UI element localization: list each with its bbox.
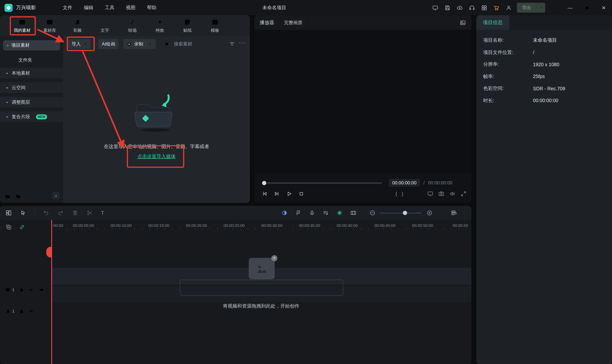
text-tool-button[interactable]: T: [101, 210, 104, 216]
apps-grid-icon[interactable]: [481, 4, 487, 11]
previous-frame-icon[interactable]: [261, 190, 268, 197]
fullscreen-icon[interactable]: [460, 190, 467, 197]
cloud-upload-icon[interactable]: [456, 4, 463, 11]
sidebar-item-project-media[interactable]: ▾ 项目素材: [3, 40, 60, 51]
cart-icon[interactable]: [493, 4, 500, 11]
lock-track-icon[interactable]: [19, 287, 24, 292]
seek-track[interactable]: [267, 182, 382, 183]
next-frame-icon[interactable]: [273, 190, 280, 197]
effects-icon: [156, 18, 164, 26]
collapse-sidebar-button[interactable]: ‹: [52, 192, 60, 199]
render-range-icon[interactable]: [408, 191, 414, 196]
timeline-ruler[interactable]: 00:00 00:00:05:00 00:00:10:00 00:00:15:0…: [0, 220, 471, 232]
save-project-icon[interactable]: [444, 4, 451, 11]
voiceover-mic-icon[interactable]: [309, 210, 315, 216]
new-folder-icon[interactable]: [5, 194, 10, 199]
import-media-link[interactable]: 点击这里导入媒体: [137, 153, 176, 160]
render-preview-icon[interactable]: [281, 210, 288, 216]
close-button[interactable]: ✕: [595, 0, 612, 15]
timeline-dropzone[interactable]: [180, 280, 343, 296]
audio-track-icon: [5, 308, 11, 314]
sidebar-item-folder[interactable]: 文件夹: [0, 56, 63, 64]
quality-dropdown[interactable]: 完整画质: [284, 19, 309, 26]
maximize-button[interactable]: [579, 0, 595, 15]
volume-icon[interactable]: [449, 190, 456, 197]
add-media-badge[interactable]: +: [271, 255, 277, 261]
menu-help[interactable]: 帮助: [141, 0, 162, 15]
redo-icon[interactable]: [57, 210, 64, 216]
account-icon[interactable]: [506, 4, 512, 11]
audio-track-number: 1: [12, 309, 14, 313]
audio-mixer-icon[interactable]: [323, 210, 329, 216]
mark-in-button[interactable]: {: [395, 191, 397, 196]
sidebar-item-local-media[interactable]: ▸ 本地素材: [0, 68, 63, 78]
more-options-button[interactable]: ···: [239, 39, 245, 46]
current-timecode: 00:00:00:00: [389, 179, 420, 187]
display-mode-icon[interactable]: [432, 4, 439, 11]
sidebar-item-cloud-space[interactable]: ▸ 云空间: [0, 82, 63, 93]
menu-edit[interactable]: 编辑: [78, 0, 99, 15]
media-placeholder: +: [249, 258, 275, 279]
record-button[interactable]: 录制: [123, 39, 156, 49]
undo-icon[interactable]: [43, 210, 49, 216]
tab-my-media[interactable]: 我的素材: [8, 15, 36, 36]
link-clips-icon[interactable]: [19, 224, 25, 230]
playhead-handle[interactable]: [46, 247, 52, 258]
mark-out-button[interactable]: }: [402, 191, 403, 196]
track-manager-chevron-icon[interactable]: [459, 211, 464, 215]
menu-file[interactable]: 文件: [57, 0, 78, 15]
tab-stock-media[interactable]: 素材库: [36, 15, 64, 36]
sidebar-item-adjustment-layer[interactable]: ▸ 调整图层: [0, 97, 63, 107]
menu-tools[interactable]: 工具: [99, 0, 120, 15]
support-headset-icon[interactable]: [469, 4, 475, 11]
import-hint-text: 在这里导入您本地的视频、图片、音频、字幕或者: [63, 143, 250, 150]
track-manager-icon[interactable]: [451, 210, 457, 216]
keyframe-icon[interactable]: [336, 210, 343, 216]
preview-viewport: [254, 30, 471, 173]
zoom-slider-handle[interactable]: [403, 211, 407, 215]
mute-track-icon[interactable]: [28, 308, 34, 314]
zoom-in-icon[interactable]: [426, 210, 433, 216]
media-sidebar: ▾ 项目素材 文件夹 ▸ 本地素材 ▸ 云空间 ▸ 调整图层 ▸ 复合片段 NE…: [0, 36, 63, 203]
lock-track-icon[interactable]: [19, 308, 24, 314]
search-input[interactable]: [173, 41, 221, 47]
tab-transition[interactable]: 转场: [119, 15, 146, 36]
sidebar-item-compound-clip[interactable]: ▸ 复合片段 NEW: [0, 111, 63, 122]
import-button[interactable]: 导入: [68, 39, 91, 49]
ai-paint-button[interactable]: AI绘画: [98, 39, 119, 49]
minimize-button[interactable]: —: [562, 0, 579, 15]
titlebar-icons: [432, 0, 512, 15]
tab-effects[interactable]: 特效: [146, 15, 174, 36]
mute-track-icon[interactable]: [28, 287, 34, 292]
render-range-chevron-icon[interactable]: [418, 192, 422, 196]
stop-icon[interactable]: [298, 190, 305, 197]
seek-handle[interactable]: [262, 181, 266, 185]
snapshot-camera-icon[interactable]: [438, 190, 445, 197]
template-icon: [211, 18, 219, 26]
media-toolbar: 导入 AI绘画 录制 ···: [63, 36, 250, 52]
tab-audio[interactable]: 音频: [64, 15, 91, 36]
playhead[interactable]: [51, 220, 52, 364]
player-label: 播放器: [260, 19, 274, 26]
zoom-out-icon[interactable]: [369, 210, 376, 216]
delete-icon[interactable]: [72, 210, 78, 216]
play-icon[interactable]: [286, 190, 292, 197]
track-layout-icon[interactable]: [5, 210, 12, 216]
marker-icon[interactable]: [295, 210, 301, 216]
hide-track-icon[interactable]: [39, 287, 44, 292]
export-button[interactable]: 导出: [517, 3, 545, 13]
tab-text[interactable]: 文字: [91, 15, 119, 36]
delete-folder-icon[interactable]: [15, 194, 21, 199]
add-clip-icon[interactable]: [5, 224, 12, 230]
clip-thumbnail-icon[interactable]: [350, 210, 357, 216]
select-tool-icon[interactable]: [20, 210, 26, 216]
second-display-icon[interactable]: [427, 190, 433, 197]
zoom-slider[interactable]: [380, 212, 422, 213]
preview-aspect-icon[interactable]: [459, 19, 466, 26]
tab-stickers[interactable]: 贴纸: [174, 15, 201, 36]
tab-project-info[interactable]: 项目信息: [476, 15, 509, 30]
filter-icon[interactable]: [229, 41, 235, 47]
menu-view[interactable]: 视图: [120, 0, 141, 15]
tab-templates[interactable]: 模板: [201, 15, 229, 36]
split-scissors-icon[interactable]: [87, 210, 93, 216]
